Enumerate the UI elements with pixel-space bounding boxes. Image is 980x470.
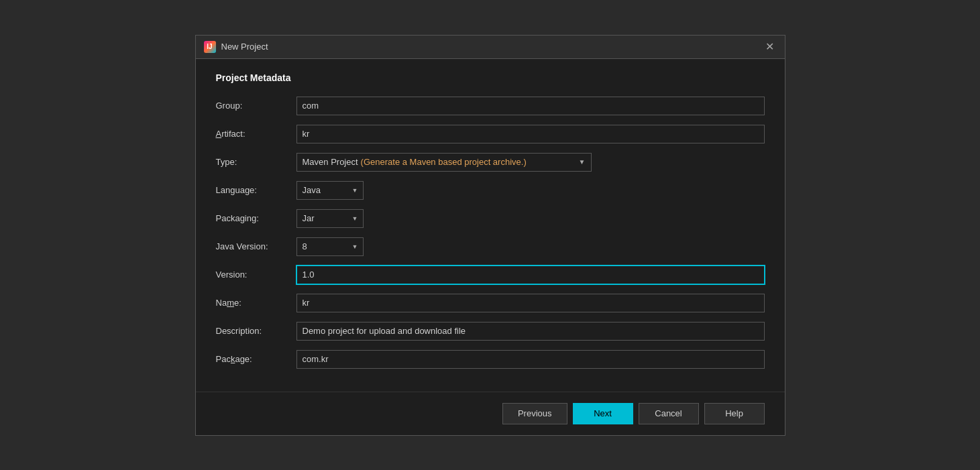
java-version-row: Java Version: 8 11 17 21 bbox=[216, 237, 765, 256]
language-row: Language: Java Kotlin Groovy bbox=[216, 181, 765, 200]
java-version-select-wrapper: 8 11 17 21 bbox=[296, 237, 364, 256]
group-row: Group: bbox=[216, 97, 765, 115]
type-subtitle: (Generate a Maven based project archive.… bbox=[361, 157, 527, 167]
java-version-label: Java Version: bbox=[216, 241, 296, 251]
dialog-footer: Previous Next Cancel Help bbox=[196, 392, 785, 435]
artifact-label: Artifact: bbox=[216, 129, 296, 139]
new-project-dialog: IJ New Project ✕ Project Metadata Group:… bbox=[195, 35, 785, 436]
package-row: Package: bbox=[216, 350, 765, 369]
package-label: Package: bbox=[216, 354, 296, 364]
language-select-wrapper: Java Kotlin Groovy bbox=[296, 181, 364, 200]
description-label: Description: bbox=[216, 326, 296, 336]
name-row: Name: bbox=[216, 294, 765, 312]
name-label: Name: bbox=[216, 298, 296, 308]
dialog-overlay: IJ New Project ✕ Project Metadata Group:… bbox=[0, 0, 980, 470]
type-chevron-icon: ▼ bbox=[579, 158, 586, 166]
type-value: Maven Project bbox=[303, 157, 358, 167]
packaging-label: Packaging: bbox=[216, 213, 296, 223]
package-input[interactable] bbox=[296, 350, 765, 369]
language-label: Language: bbox=[216, 185, 296, 195]
language-select[interactable]: Java Kotlin Groovy bbox=[296, 181, 364, 200]
type-label: Type: bbox=[216, 157, 296, 167]
help-button[interactable]: Help bbox=[704, 403, 765, 424]
description-input[interactable] bbox=[296, 322, 765, 341]
version-input[interactable] bbox=[296, 266, 765, 284]
type-select-wrapper[interactable]: Maven Project (Generate a Maven based pr… bbox=[296, 153, 592, 172]
cancel-button[interactable]: Cancel bbox=[639, 403, 699, 424]
version-row: Version: bbox=[216, 266, 765, 284]
group-label: Group: bbox=[216, 101, 296, 111]
section-title: Project Metadata bbox=[216, 72, 765, 83]
packaging-select[interactable]: Jar War bbox=[296, 209, 364, 228]
packaging-row: Packaging: Jar War bbox=[216, 209, 765, 228]
description-row: Description: bbox=[216, 322, 765, 341]
title-bar: IJ New Project ✕ bbox=[196, 36, 785, 59]
app-icon: IJ bbox=[204, 41, 216, 53]
packaging-select-wrapper: Jar War bbox=[296, 209, 364, 228]
java-version-select[interactable]: 8 11 17 21 bbox=[296, 237, 364, 256]
dialog-content: Project Metadata Group: Artifact: Type: … bbox=[196, 59, 785, 392]
previous-button[interactable]: Previous bbox=[502, 403, 567, 424]
dialog-title: New Project bbox=[221, 42, 268, 52]
next-button[interactable]: Next bbox=[573, 403, 633, 424]
artifact-input[interactable] bbox=[296, 125, 765, 143]
name-input[interactable] bbox=[296, 294, 765, 312]
title-bar-left: IJ New Project bbox=[204, 41, 268, 53]
type-row: Type: Maven Project (Generate a Maven ba… bbox=[216, 153, 765, 172]
artifact-row: Artifact: bbox=[216, 125, 765, 143]
close-button[interactable]: ✕ bbox=[763, 42, 777, 52]
group-input[interactable] bbox=[296, 97, 765, 115]
version-label: Version: bbox=[216, 270, 296, 280]
